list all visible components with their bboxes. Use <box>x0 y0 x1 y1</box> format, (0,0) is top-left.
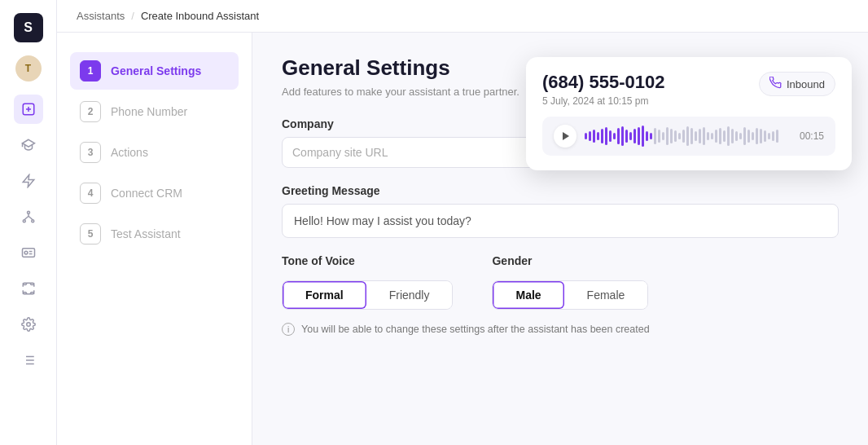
call-time: 5 July, 2024 at 10:15 pm <box>542 95 664 107</box>
gender-label: Gender <box>492 254 648 267</box>
sidebar-item-org[interactable] <box>14 202 43 231</box>
content-layout: 1 General Settings 2 Phone Number 3 Acti… <box>57 33 868 445</box>
svg-point-3 <box>23 220 25 222</box>
call-number: (684) 555-0102 <box>542 72 664 93</box>
step-number-4: 4 <box>80 183 101 204</box>
inbound-badge: Inbound <box>759 72 835 96</box>
step-label-3: Actions <box>111 146 148 159</box>
call-popup-info: (684) 555-0102 5 July, 2024 at 10:15 pm <box>542 72 664 107</box>
step-item-2[interactable]: 2 Phone Number <box>70 93 239 130</box>
step-number-5: 5 <box>80 223 101 245</box>
duration-label: 00:15 <box>800 130 824 142</box>
call-popup: (684) 555-0102 5 July, 2024 at 10:15 pm … <box>526 57 852 170</box>
sidebar-item-puzzle[interactable] <box>14 274 43 303</box>
step-number-1: 1 <box>80 60 101 82</box>
inbound-label: Inbound <box>787 78 825 90</box>
greeting-input[interactable] <box>282 204 839 238</box>
info-icon: i <box>282 323 295 336</box>
play-icon <box>563 132 569 140</box>
greeting-label: Greeting Message <box>282 184 839 197</box>
step-label-1: General Settings <box>111 64 201 77</box>
svg-point-4 <box>31 220 33 222</box>
sidebar-item-usercard[interactable] <box>14 238 43 267</box>
gender-group: Gender Male Female <box>492 254 648 310</box>
play-button[interactable] <box>554 125 576 148</box>
sidebar-item-graduation[interactable] <box>14 130 43 160</box>
waveform <box>585 125 791 148</box>
sidebar-logo: S <box>14 13 43 42</box>
breadcrumb-separator: / <box>131 10 134 22</box>
breadcrumb: Assistants / Create Inbound Assistant <box>57 0 868 33</box>
step-number-3: 3 <box>80 142 101 163</box>
tone-group: Tone of Voice Formal Friendly <box>282 254 453 310</box>
greeting-group: Greeting Message <box>282 184 839 238</box>
gender-male-button[interactable]: Male <box>493 281 563 309</box>
main-content: Assistants / Create Inbound Assistant 1 … <box>57 0 868 445</box>
form-area: General Settings Add features to make yo… <box>252 33 868 445</box>
tone-formal-button[interactable]: Formal <box>283 281 366 309</box>
step-item-5[interactable]: 5 Test Assistant <box>70 215 239 253</box>
info-note: i You will be able to change these setti… <box>282 323 839 336</box>
tone-label: Tone of Voice <box>282 254 453 267</box>
waveform-player[interactable]: 00:15 <box>542 117 835 156</box>
breadcrumb-current: Create Inbound Assistant <box>141 10 259 22</box>
tone-toggle-group: Formal Friendly <box>282 280 453 310</box>
sidebar-item-bolt[interactable] <box>14 166 43 196</box>
sidebar-avatar[interactable]: T <box>15 55 42 82</box>
phone-icon <box>769 77 782 91</box>
step-label-5: Test Assistant <box>111 227 181 240</box>
gender-toggle-group: Male Female <box>492 280 648 310</box>
step-item-4[interactable]: 4 Connect CRM <box>70 174 239 212</box>
step-label-2: Phone Number <box>111 105 187 118</box>
steps-sidebar: 1 General Settings 2 Phone Number 3 Acti… <box>57 33 252 445</box>
sidebar-item-list[interactable] <box>14 346 43 375</box>
info-text: You will be able to change these setting… <box>301 324 650 335</box>
svg-marker-1 <box>23 175 34 187</box>
sidebar-item-assistant[interactable] <box>14 95 43 124</box>
options-row: Tone of Voice Formal Friendly Gender Mal… <box>282 254 839 310</box>
svg-point-7 <box>26 323 30 327</box>
sidebar-item-settings[interactable] <box>14 310 43 339</box>
step-number-2: 2 <box>80 101 101 122</box>
svg-point-6 <box>24 251 28 254</box>
step-item-3[interactable]: 3 Actions <box>70 134 239 171</box>
breadcrumb-root[interactable]: Assistants <box>77 10 125 22</box>
step-label-4: Connect CRM <box>111 187 182 200</box>
step-item-1[interactable]: 1 General Settings <box>70 52 239 90</box>
tone-friendly-button[interactable]: Friendly <box>366 281 453 309</box>
gender-female-button[interactable]: Female <box>564 281 648 309</box>
call-popup-header: (684) 555-0102 5 July, 2024 at 10:15 pm … <box>542 72 835 107</box>
svg-point-2 <box>27 211 29 214</box>
sidebar: S T <box>0 0 57 445</box>
